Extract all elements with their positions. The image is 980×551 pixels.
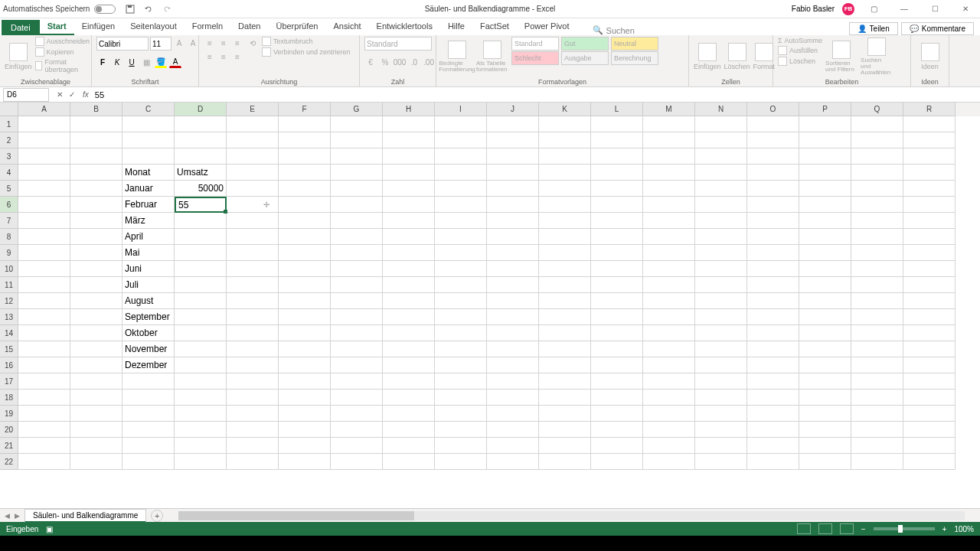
cell-A7[interactable]: [18, 213, 70, 229]
cell-N11[interactable]: [695, 277, 747, 293]
cell-R21[interactable]: [903, 438, 956, 454]
cell-R4[interactable]: [903, 165, 956, 181]
cell-N14[interactable]: [695, 325, 747, 341]
search-box[interactable]: 🔍 Suchen: [593, 25, 635, 35]
cell-L14[interactable]: [591, 325, 643, 341]
cell-N7[interactable]: [695, 213, 747, 229]
page-break-view-icon[interactable]: [840, 523, 854, 534]
cell-N13[interactable]: [695, 309, 747, 325]
cell-P4[interactable]: [799, 165, 851, 181]
cell-A11[interactable]: [18, 277, 70, 293]
cell-C13[interactable]: September: [122, 309, 175, 325]
cell-N9[interactable]: [695, 245, 747, 261]
cell-B8[interactable]: [70, 229, 122, 245]
cell-K3[interactable]: [539, 148, 591, 165]
cell-F22[interactable]: [279, 454, 331, 470]
cell-E5[interactable]: [227, 181, 279, 197]
cell-G22[interactable]: [331, 454, 383, 470]
cell-J19[interactable]: [487, 406, 539, 422]
cell-L18[interactable]: [591, 390, 643, 406]
cell-O13[interactable]: [747, 309, 799, 325]
close-icon[interactable]: ✕: [954, 2, 977, 17]
cell-N16[interactable]: [695, 357, 747, 373]
cell-I9[interactable]: [435, 245, 487, 261]
cell-G5[interactable]: [331, 181, 383, 197]
cell-M17[interactable]: [643, 373, 695, 390]
cell-O20[interactable]: [747, 422, 799, 438]
bold-button[interactable]: F: [96, 56, 109, 68]
save-icon[interactable]: [125, 4, 136, 15]
cell-O8[interactable]: [747, 229, 799, 245]
cell-K6[interactable]: [539, 197, 591, 213]
cell-R10[interactable]: [903, 261, 956, 277]
cell-O11[interactable]: [747, 277, 799, 293]
col-header-B[interactable]: B: [70, 103, 122, 116]
cell-R12[interactable]: [903, 293, 956, 309]
cell-N12[interactable]: [695, 293, 747, 309]
col-header-O[interactable]: O: [747, 103, 799, 116]
cell-D12[interactable]: [175, 293, 227, 309]
cell-I17[interactable]: [435, 373, 487, 390]
col-header-Q[interactable]: Q: [851, 103, 903, 116]
cell-C16[interactable]: Dezember: [122, 357, 175, 373]
cell-Q4[interactable]: [851, 165, 903, 181]
cell-I13[interactable]: [435, 309, 487, 325]
cell-G4[interactable]: [331, 165, 383, 181]
cell-D13[interactable]: [175, 309, 227, 325]
cell-M8[interactable]: [643, 229, 695, 245]
cell-F16[interactable]: [279, 357, 331, 373]
cell-M22[interactable]: [643, 454, 695, 470]
cell-N19[interactable]: [695, 406, 747, 422]
cell-style-2[interactable]: Neutral: [611, 37, 658, 51]
cell-C15[interactable]: November: [122, 341, 175, 357]
cell-G7[interactable]: [331, 213, 383, 229]
zoom-out-icon[interactable]: −: [861, 525, 866, 533]
cell-M15[interactable]: [643, 341, 695, 357]
cell-R6[interactable]: [903, 197, 956, 213]
cell-I4[interactable]: [435, 165, 487, 181]
col-header-C[interactable]: C: [122, 103, 175, 116]
cell-B18[interactable]: [70, 390, 122, 406]
cell-G9[interactable]: [331, 245, 383, 261]
cell-P7[interactable]: [799, 213, 851, 229]
cell-D22[interactable]: [175, 454, 227, 470]
cell-P8[interactable]: [799, 229, 851, 245]
cell-J7[interactable]: [487, 213, 539, 229]
cell-Q8[interactable]: [851, 229, 903, 245]
col-header-J[interactable]: J: [487, 103, 539, 116]
col-header-M[interactable]: M: [643, 103, 695, 116]
cell-C4[interactable]: Monat: [122, 165, 175, 181]
cell-Q22[interactable]: [851, 454, 903, 470]
cell-P18[interactable]: [799, 390, 851, 406]
cell-E7[interactable]: [227, 213, 279, 229]
row-header-9[interactable]: 9: [0, 245, 18, 261]
cell-K9[interactable]: [539, 245, 591, 261]
currency-icon[interactable]: €: [364, 56, 377, 68]
cell-O2[interactable]: [747, 132, 799, 148]
row-header-10[interactable]: 10: [0, 261, 18, 277]
cell-I10[interactable]: [435, 261, 487, 277]
cell-Q11[interactable]: [851, 277, 903, 293]
col-header-I[interactable]: I: [435, 103, 487, 116]
cell-B21[interactable]: [70, 438, 122, 454]
fx-icon[interactable]: fx: [83, 90, 89, 99]
cell-P14[interactable]: [799, 325, 851, 341]
cell-K14[interactable]: [539, 325, 591, 341]
row-header-22[interactable]: 22: [0, 454, 18, 470]
cell-L8[interactable]: [591, 229, 643, 245]
cell-A10[interactable]: [18, 261, 70, 277]
cell-E9[interactable]: [227, 245, 279, 261]
cell-D19[interactable]: [175, 406, 227, 422]
cell-F5[interactable]: [279, 181, 331, 197]
cell-F13[interactable]: [279, 309, 331, 325]
cell-C8[interactable]: April: [122, 229, 175, 245]
cell-G6[interactable]: [331, 197, 383, 213]
cell-style-0[interactable]: Standard: [511, 37, 559, 51]
cell-H15[interactable]: [383, 341, 435, 357]
cell-D5[interactable]: 50000: [175, 181, 227, 197]
cell-J12[interactable]: [487, 293, 539, 309]
cell-I2[interactable]: [435, 132, 487, 148]
col-header-R[interactable]: R: [903, 103, 956, 116]
font-color-button[interactable]: A: [169, 56, 181, 68]
align-left-icon[interactable]: ≡: [204, 51, 216, 63]
